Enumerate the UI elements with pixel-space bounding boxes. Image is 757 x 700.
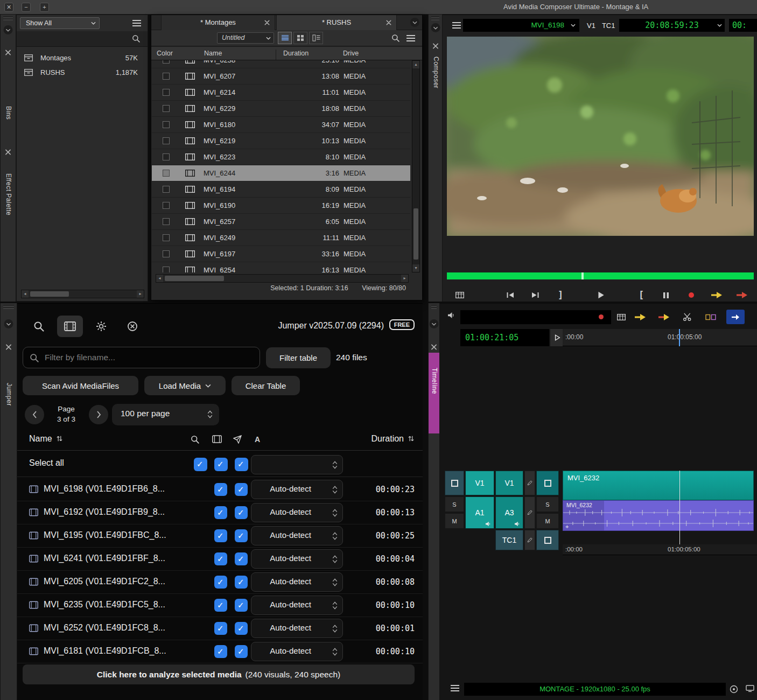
column-header-drive[interactable]: Drive <box>343 50 359 57</box>
load-media-button[interactable]: Load Media <box>144 376 226 395</box>
media-file-row[interactable]: MVI_6241 (V01.E49D1FBF_8... Auto-detect … <box>17 548 423 571</box>
media-file-row[interactable]: MVI_6195 (V01.E49D1FBC_8... Auto-detect … <box>17 524 423 548</box>
source-audio-track-button[interactable]: A1 <box>465 496 494 529</box>
fast-menu-icon[interactable] <box>453 289 467 302</box>
solo-button[interactable]: S <box>445 496 464 512</box>
bin-clip-row[interactable]: MVI_6214 11:01 MEDIA <box>152 85 410 101</box>
overwrite-icon[interactable] <box>655 310 673 324</box>
sort-icon[interactable] <box>56 435 63 442</box>
bin-clip-row[interactable]: MVI_6249 11:11 MEDIA <box>152 230 410 246</box>
splice-in-icon[interactable] <box>631 310 649 324</box>
close-icon[interactable] <box>5 48 11 58</box>
bin-clip-row[interactable]: MVI_6257 6:05 MEDIA <box>152 214 410 230</box>
tc-track-label[interactable]: TC1 <box>602 22 615 30</box>
filter-table-button[interactable]: Filter table <box>266 347 331 368</box>
visual-checkbox[interactable] <box>214 529 227 542</box>
scroll-right-arrow[interactable]: ▸ <box>401 275 408 282</box>
script-view-button[interactable] <box>309 32 323 44</box>
detect-mode-select[interactable]: Auto-detect <box>251 549 343 569</box>
timecode-display[interactable]: 20:08:59:23 <box>619 19 725 32</box>
clip-color-checkbox[interactable] <box>163 121 170 128</box>
close-tab-icon[interactable] <box>264 20 270 25</box>
detect-mode-select[interactable]: Auto-detect <box>251 480 343 499</box>
close-icon[interactable] <box>432 41 438 51</box>
panel-menu-icon[interactable] <box>4 319 13 328</box>
bulk-mode-select[interactable] <box>251 455 343 474</box>
clip-color-checkbox[interactable] <box>163 267 170 272</box>
play-icon[interactable] <box>594 289 608 302</box>
add-edit-icon[interactable] <box>678 310 696 324</box>
bin-clip-row[interactable]: MVI_6229 18:08 MEDIA <box>152 101 410 117</box>
tab-rushs[interactable]: * RUSHS <box>276 15 397 30</box>
ruler-position-marker[interactable] <box>679 329 680 346</box>
step-backward-icon[interactable] <box>503 289 517 302</box>
bin-filter-select[interactable]: Show All <box>20 17 100 29</box>
close-icon[interactable] <box>6 342 12 352</box>
tab-effect-palette[interactable]: Effect Palette <box>5 173 12 215</box>
hamburger-menu-icon[interactable] <box>132 20 141 26</box>
tc-monitor-button[interactable] <box>536 530 559 550</box>
bin-clip-row[interactable]: MVI_6238 25:10 MEDIA <box>152 60 410 68</box>
record-video-track-button[interactable]: V1 <box>495 471 523 495</box>
tab-overflow-menu-icon[interactable] <box>410 18 419 27</box>
column-header-duration[interactable]: Duration <box>372 434 415 444</box>
column-header-color[interactable]: Color <box>157 50 173 57</box>
window-maximize-button[interactable]: + <box>40 3 49 12</box>
close-icon[interactable] <box>431 342 437 352</box>
visual-checkbox[interactable] <box>214 483 227 496</box>
close-tab-icon[interactable] <box>386 20 391 25</box>
bin-clip-row[interactable]: MVI_6180 34:07 MEDIA <box>152 117 410 133</box>
bin-clip-row[interactable]: MVI_6219 10:13 MEDIA <box>152 133 410 149</box>
media-file-row[interactable]: MVI_6181 (V01.E49D1FCB_8... Auto-detect … <box>17 640 423 663</box>
window-minimize-button[interactable]: − <box>22 3 31 12</box>
search-tab-icon[interactable] <box>26 316 52 337</box>
tab-composer[interactable]: Composer <box>432 57 440 88</box>
speech-checkbox[interactable] <box>235 506 248 519</box>
focus-icon[interactable] <box>730 685 738 694</box>
tab-montages[interactable]: * Montages <box>161 15 275 30</box>
column-header-duration[interactable]: Duration <box>283 50 309 57</box>
scroll-left-arrow[interactable]: ◂ <box>156 275 163 282</box>
hamburger-menu-icon[interactable] <box>406 35 415 41</box>
panel-menu-icon[interactable] <box>431 23 440 32</box>
clip-color-checkbox[interactable] <box>163 186 170 193</box>
mark-in-icon[interactable]: [ <box>634 289 648 302</box>
scroll-up-arrow[interactable]: ▴ <box>412 61 419 68</box>
position-indicator[interactable] <box>581 272 584 279</box>
record-audio-track-button[interactable]: A3 <box>495 496 523 529</box>
search-column-icon[interactable] <box>191 435 199 444</box>
tab-bins[interactable]: Bins <box>5 106 12 120</box>
visual-checkbox[interactable] <box>214 552 227 565</box>
close-icon[interactable] <box>5 148 11 157</box>
media-file-row[interactable]: MVI_6252 (V01.E49D1FC8_8... Auto-detect … <box>17 617 423 640</box>
select-all-speech-checkbox[interactable] <box>235 458 248 471</box>
select-all-checkbox[interactable] <box>194 458 207 471</box>
dock-grip[interactable] <box>431 305 437 309</box>
scroll-right-arrow[interactable]: ▸ <box>137 290 144 298</box>
splice-in-icon[interactable] <box>710 289 724 302</box>
timecode-track-button[interactable]: TC1 <box>495 530 523 550</box>
bin-list-item-montages[interactable]: Montages 57K <box>17 51 148 65</box>
window-close-button[interactable]: ✕ <box>4 3 13 12</box>
scrollbar-thumb[interactable] <box>413 208 418 260</box>
hamburger-menu-icon[interactable] <box>451 685 459 691</box>
record-monitor-button[interactable] <box>536 471 559 495</box>
clip-color-checkbox[interactable] <box>163 73 170 80</box>
search-icon[interactable] <box>391 34 399 42</box>
media-file-row[interactable]: MVI_6205 (V01.E49D1FC2_8... Auto-detect … <box>17 571 423 594</box>
speech-checkbox[interactable] <box>235 599 248 612</box>
clip-color-checkbox[interactable] <box>163 89 170 96</box>
bin-clip-row[interactable]: MVI_6197 33:16 MEDIA <box>152 246 410 262</box>
clip-color-checkbox[interactable] <box>163 153 170 160</box>
panel-menu-icon[interactable] <box>430 319 439 328</box>
speech-checkbox[interactable] <box>235 576 248 589</box>
horizontal-scrollbar[interactable]: ◂ ▸ <box>21 290 144 298</box>
mute-button[interactable]: M <box>445 513 464 529</box>
prev-page-button[interactable] <box>25 405 44 424</box>
dock-grip[interactable] <box>3 305 14 309</box>
text-view-button[interactable] <box>278 32 292 44</box>
media-file-row[interactable]: MVI_6235 (V01.E49D1FC5_8... Auto-detect … <box>17 594 423 617</box>
bin-clip-row[interactable]: MVI_6194 8:09 MEDIA <box>152 181 410 198</box>
visual-checkbox[interactable] <box>214 576 227 589</box>
speech-column-icon[interactable]: A <box>255 435 260 444</box>
